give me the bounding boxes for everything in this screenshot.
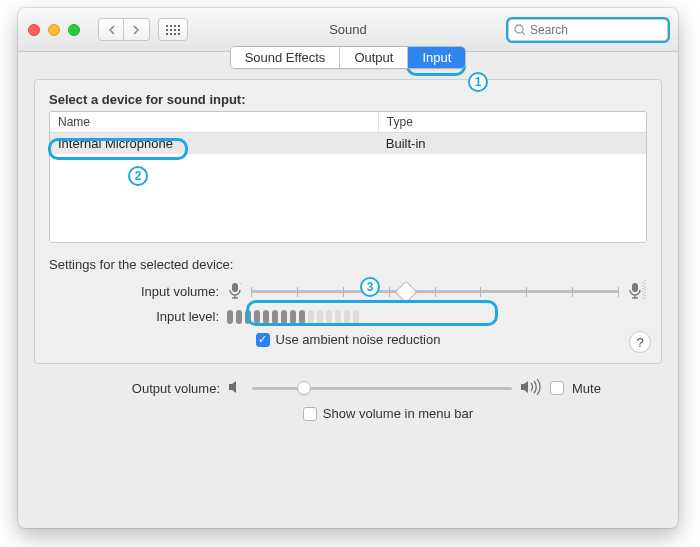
maximize-icon[interactable] <box>68 24 80 36</box>
badge-1: 1 <box>468 72 488 92</box>
tab-bar: Sound Effects Output Input <box>230 46 467 69</box>
search-input[interactable] <box>530 23 662 37</box>
badge-3: 3 <box>360 277 380 297</box>
speaker-high-icon <box>520 379 542 398</box>
input-panel: Select a device for sound input: Name Ty… <box>34 79 662 364</box>
traffic-lights <box>28 24 80 36</box>
bottom-panel: Output volume: Mute <box>34 364 662 421</box>
svg-point-0 <box>515 25 523 33</box>
search-icon <box>514 24 526 36</box>
menubar-row: Show volume in menu bar <box>50 406 646 421</box>
output-volume-label: Output volume: <box>50 381 220 396</box>
speaker-low-icon <box>228 380 244 397</box>
input-volume-slider[interactable] <box>251 282 619 302</box>
menubar-label: Show volume in menu bar <box>323 406 473 421</box>
tab-output[interactable]: Output <box>340 47 408 68</box>
forward-button[interactable] <box>124 18 150 41</box>
minimize-icon[interactable] <box>48 24 60 36</box>
section-label: Select a device for sound input: <box>49 92 647 107</box>
menubar-checkbox[interactable] <box>303 407 317 421</box>
mute-label: Mute <box>572 381 601 396</box>
device-name: Internal Microphone <box>50 133 378 154</box>
device-list-header: Name Type <box>50 112 646 133</box>
show-all-button[interactable] <box>158 18 188 41</box>
help-button[interactable]: ? <box>629 331 651 353</box>
nav-buttons <box>98 18 188 41</box>
input-level-label: Input level: <box>49 309 219 324</box>
back-button[interactable] <box>98 18 124 41</box>
input-volume-label: Input volume: <box>49 284 219 299</box>
mic-high-icon <box>627 280 647 303</box>
column-type: Type <box>378 112 646 132</box>
column-name: Name <box>50 112 378 132</box>
device-type: Built-in <box>378 133 646 154</box>
ambient-label: Use ambient noise reduction <box>276 332 441 347</box>
svg-rect-2 <box>232 283 238 292</box>
search-field[interactable] <box>508 19 668 41</box>
sound-preferences-window: Sound Sound Effects Output Input Select … <box>18 8 678 528</box>
badge-2: 2 <box>128 166 148 186</box>
output-volume-slider[interactable] <box>252 378 512 398</box>
window-title: Sound <box>329 22 367 37</box>
close-icon[interactable] <box>28 24 40 36</box>
mute-checkbox[interactable] <box>550 381 564 395</box>
mic-low-icon <box>227 280 243 303</box>
tab-sound-effects[interactable]: Sound Effects <box>231 47 341 68</box>
ambient-checkbox[interactable] <box>256 333 270 347</box>
device-row[interactable]: Internal Microphone Built-in <box>50 133 646 154</box>
input-level-row: Input level: <box>49 309 647 324</box>
ambient-row: Use ambient noise reduction <box>49 332 647 347</box>
content: Sound Effects Output Input Select a devi… <box>18 52 678 433</box>
settings-label: Settings for the selected device: <box>49 257 647 272</box>
svg-rect-6 <box>632 283 638 292</box>
tab-input[interactable]: Input <box>408 47 465 68</box>
input-level-meter <box>227 310 359 324</box>
input-volume-row: Input volume: <box>49 280 647 303</box>
output-volume-row: Output volume: Mute <box>50 378 646 398</box>
svg-line-1 <box>522 32 525 35</box>
